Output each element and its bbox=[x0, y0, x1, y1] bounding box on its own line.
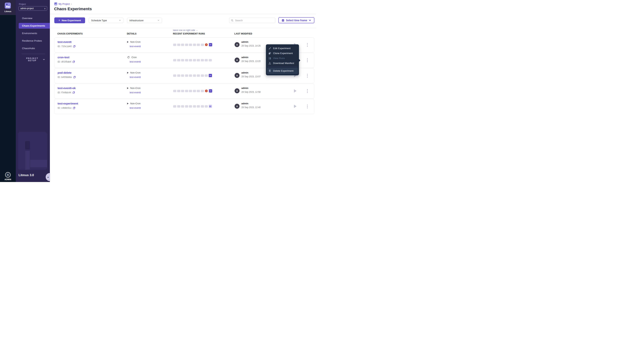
breadcrumb-project-link[interactable]: My Project bbox=[59, 2, 70, 5]
row-menu-button[interactable] bbox=[305, 103, 309, 110]
table-row: test-eventt-ok ID: f7e9dc44 Non-Cron tes… bbox=[54, 84, 314, 98]
run-paused-badge[interactable] bbox=[209, 105, 212, 108]
run-more-badge[interactable] bbox=[209, 43, 212, 46]
row-menu-button[interactable] bbox=[305, 42, 309, 48]
admin-avatar[interactable]: A bbox=[5, 172, 11, 178]
search-input[interactable] bbox=[229, 18, 275, 23]
row-menu-button[interactable] bbox=[305, 57, 309, 64]
play-icon bbox=[294, 89, 297, 92]
infrastructure-link[interactable]: test-eventt bbox=[130, 106, 141, 109]
sidebar-item-chaos-experiments[interactable]: Chaos Experiments bbox=[19, 23, 50, 28]
infrastructure-link[interactable]: test-eventt bbox=[130, 76, 141, 78]
run-slot-empty bbox=[185, 105, 188, 108]
modified-date: 28 Sep 2023, 13:07 bbox=[241, 75, 261, 78]
menu-item-delete-experiment[interactable]: Delete Experiment bbox=[267, 68, 298, 74]
copy-icon[interactable] bbox=[73, 107, 75, 109]
experiment-name-link[interactable]: test-experiment bbox=[58, 102, 78, 105]
run-slot-empty bbox=[177, 90, 180, 92]
schedule-type-label: Cron bbox=[132, 56, 137, 59]
run-slot-empty bbox=[185, 74, 188, 77]
infrastructure-link[interactable]: test-eventt bbox=[130, 91, 141, 94]
run-slot-empty bbox=[201, 74, 204, 77]
modified-date: 28 Sep 2023, 14:25 bbox=[241, 44, 261, 47]
sidebar-item-overview[interactable]: Overview bbox=[16, 16, 50, 21]
infrastructure-link[interactable]: test-eventt bbox=[130, 45, 141, 48]
left-rail: Litmus A ADMIN bbox=[0, 0, 16, 182]
table-header: latest one on right side → CHAOS EXPERIM… bbox=[54, 29, 314, 36]
copy-icon[interactable] bbox=[73, 45, 76, 48]
copy-icon[interactable] bbox=[73, 76, 76, 78]
menu-item-clone-experiment[interactable]: Clone Experiment bbox=[266, 51, 299, 56]
search-box bbox=[229, 18, 275, 23]
runs-icon bbox=[268, 57, 271, 60]
menu-item-view-runs[interactable]: View Runs bbox=[266, 56, 299, 61]
infrastructure-filter[interactable]: Infrastructure bbox=[127, 18, 162, 23]
experiment-name-link[interactable]: test-eventt-ok bbox=[58, 86, 76, 90]
run-slot-empty bbox=[201, 59, 204, 62]
admin-label: ADMIN bbox=[0, 178, 16, 180]
select-time-frame-button[interactable]: Select time frame bbox=[278, 17, 314, 23]
run-experiment-button[interactable] bbox=[293, 88, 298, 93]
menu-divider bbox=[268, 66, 297, 67]
search-icon bbox=[231, 19, 234, 22]
run-slot-empty bbox=[193, 44, 196, 46]
project-setup-toggle[interactable]: PROJECT SETUP bbox=[22, 57, 45, 62]
run-slot-empty bbox=[189, 44, 192, 46]
run-failed-badge[interactable]: ✕ bbox=[205, 89, 208, 92]
app-root: Litmus A ADMIN Project admin-project › O… bbox=[0, 0, 316, 182]
schedule-type-filter[interactable]: Schedule Type bbox=[89, 18, 124, 23]
sidebar-item-chaoshubs[interactable]: ChaosHubs bbox=[16, 46, 50, 51]
modified-by-avatar: A bbox=[235, 42, 240, 47]
main-content: My Project › Chaos Experiments + New Exp… bbox=[50, 0, 316, 182]
modified-by: admin bbox=[241, 71, 248, 74]
run-slot-empty bbox=[177, 105, 180, 108]
copy-icon[interactable] bbox=[73, 60, 75, 63]
schedule-type-label: Non-Cron bbox=[130, 102, 141, 105]
x-circle-icon: ✕ bbox=[205, 44, 208, 46]
page-title: Chaos Experiments bbox=[54, 6, 92, 11]
modified-date: 28 Sep 2023, 12:40 bbox=[241, 106, 261, 109]
run-slot-empty bbox=[197, 74, 200, 77]
experiment-name-link[interactable]: pod-delete bbox=[58, 71, 72, 74]
recent-runs-strip: ✕ bbox=[173, 89, 212, 92]
menu-item-download-manifest[interactable]: Download Manifest bbox=[266, 61, 299, 66]
run-slot-empty bbox=[197, 44, 200, 46]
trash-icon bbox=[268, 69, 271, 72]
plus-icon: + bbox=[59, 19, 60, 22]
sidebar-item-environments[interactable]: Environments bbox=[16, 30, 50, 36]
modified-by-avatar: A bbox=[235, 58, 240, 62]
run-slot-empty bbox=[189, 59, 192, 62]
litmus-logo[interactable]: Litmus bbox=[0, 0, 16, 15]
run-slot-empty bbox=[197, 90, 200, 92]
sidebar-item-resilience-probes[interactable]: Resilience Probes bbox=[16, 38, 50, 44]
calendar-icon bbox=[282, 19, 284, 22]
chevron-down-icon bbox=[157, 19, 160, 22]
x-circle-icon: ✕ bbox=[205, 90, 208, 92]
recent-runs-strip bbox=[173, 74, 212, 77]
experiment-name-link[interactable]: cron-test bbox=[58, 56, 69, 59]
copy-icon[interactable] bbox=[73, 91, 75, 94]
row-menu-button[interactable] bbox=[305, 72, 309, 79]
run-more-badge[interactable] bbox=[209, 74, 212, 77]
column-last-modified: LAST MODIFIED bbox=[234, 32, 252, 35]
experiment-name-link[interactable]: test-eventt bbox=[58, 40, 72, 44]
run-slot-empty bbox=[173, 74, 176, 77]
modified-date: 28 Sep 2023, 12:58 bbox=[241, 91, 261, 93]
project-select[interactable]: admin-project › bbox=[19, 6, 47, 11]
run-experiment-button[interactable] bbox=[293, 104, 298, 109]
modified-by: admin bbox=[241, 102, 248, 105]
breadcrumb-logo-icon bbox=[54, 2, 57, 5]
litmus-logo-label: Litmus bbox=[0, 10, 16, 12]
menu-item-edit-experiment[interactable]: Edit Experiment bbox=[266, 46, 299, 51]
run-slot-empty bbox=[181, 74, 184, 77]
run-failed-badge[interactable]: ✕ bbox=[205, 43, 208, 46]
admin-user-menu[interactable]: A ADMIN bbox=[0, 172, 16, 180]
run-more-badge[interactable] bbox=[209, 89, 212, 92]
run-slot-empty bbox=[197, 59, 200, 62]
new-experiment-button[interactable]: + New Experiment bbox=[54, 18, 85, 23]
run-slot-empty bbox=[189, 90, 192, 92]
infrastructure-link[interactable]: test-eventt bbox=[130, 60, 141, 63]
modified-by: admin bbox=[241, 56, 248, 59]
row-menu-button[interactable] bbox=[305, 88, 309, 94]
run-slot-empty bbox=[201, 90, 204, 92]
